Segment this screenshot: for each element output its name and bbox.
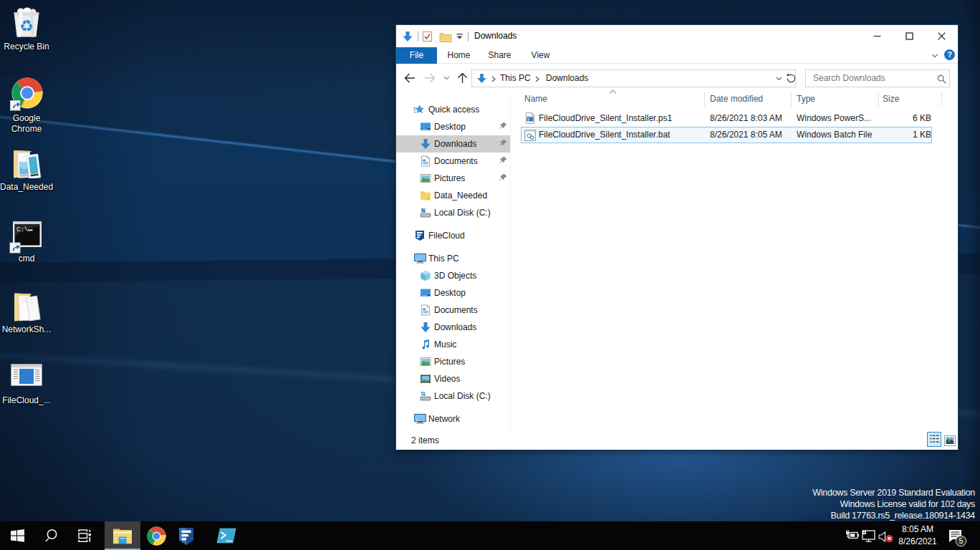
- svg-text:5: 5: [959, 536, 964, 545]
- svg-text:C:\: C:\: [16, 226, 28, 233]
- svg-text:♻: ♻: [19, 17, 34, 35]
